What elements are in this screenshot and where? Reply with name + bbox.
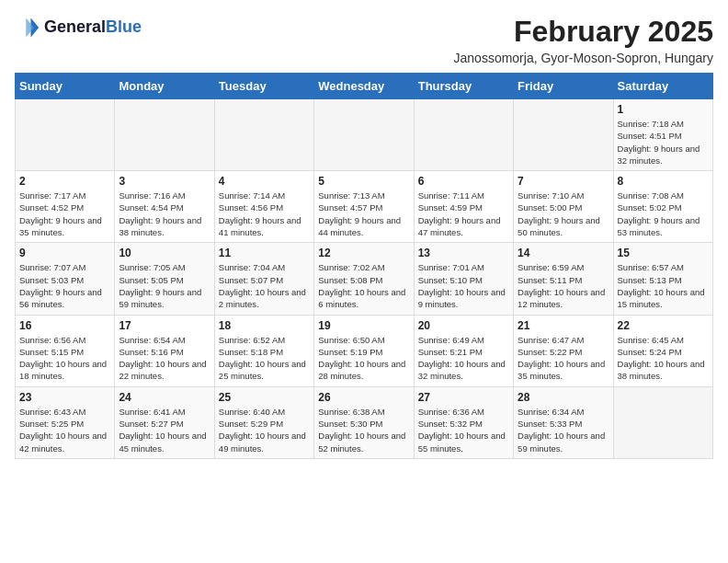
calendar-cell [414, 99, 513, 171]
calendar-table: Sunday Monday Tuesday Wednesday Thursday… [15, 73, 713, 459]
day-number: 8 [618, 175, 709, 188]
calendar-cell: 7Sunrise: 7:10 AM Sunset: 5:00 PM Daylig… [514, 171, 613, 243]
day-number: 24 [119, 391, 210, 404]
calendar-cell: 18Sunrise: 6:52 AM Sunset: 5:18 PM Dayli… [214, 315, 313, 386]
day-number: 17 [119, 319, 210, 332]
calendar-cell: 14Sunrise: 6:59 AM Sunset: 5:11 PM Dayli… [514, 243, 613, 315]
day-number: 7 [518, 175, 609, 188]
calendar-week-3: 9Sunrise: 7:07 AM Sunset: 5:03 PM Daylig… [16, 243, 713, 315]
calendar-cell [613, 386, 712, 458]
day-number: 28 [518, 391, 609, 404]
day-detail: Sunrise: 6:49 AM Sunset: 5:21 PM Dayligh… [418, 334, 509, 383]
day-number: 18 [219, 319, 310, 332]
day-detail: Sunrise: 6:54 AM Sunset: 5:16 PM Dayligh… [119, 334, 210, 383]
col-tuesday: Tuesday [214, 74, 313, 99]
calendar-cell: 2Sunrise: 7:17 AM Sunset: 4:52 PM Daylig… [16, 171, 115, 243]
day-detail: Sunrise: 7:05 AM Sunset: 5:05 PM Dayligh… [119, 261, 210, 310]
logo: GeneralBlue [15, 15, 142, 40]
day-detail: Sunrise: 6:50 AM Sunset: 5:19 PM Dayligh… [318, 334, 409, 383]
calendar-cell [514, 99, 613, 171]
calendar-title: February 2025 [454, 15, 713, 49]
day-detail: Sunrise: 7:11 AM Sunset: 4:59 PM Dayligh… [418, 190, 509, 238]
day-detail: Sunrise: 6:43 AM Sunset: 5:25 PM Dayligh… [19, 406, 110, 454]
calendar-cell: 24Sunrise: 6:41 AM Sunset: 5:27 PM Dayli… [115, 386, 214, 458]
day-number: 12 [318, 247, 409, 259]
day-detail: Sunrise: 6:56 AM Sunset: 5:15 PM Dayligh… [19, 334, 110, 383]
col-sunday: Sunday [16, 74, 115, 99]
day-detail: Sunrise: 6:38 AM Sunset: 5:30 PM Dayligh… [318, 406, 409, 454]
day-detail: Sunrise: 7:01 AM Sunset: 5:10 PM Dayligh… [418, 261, 509, 310]
day-number: 2 [19, 175, 110, 188]
day-number: 26 [318, 391, 409, 404]
day-detail: Sunrise: 7:08 AM Sunset: 5:02 PM Dayligh… [618, 190, 709, 238]
day-detail: Sunrise: 7:04 AM Sunset: 5:07 PM Dayligh… [219, 261, 310, 310]
day-number: 23 [19, 391, 110, 404]
calendar-cell [16, 99, 115, 171]
calendar-cell: 6Sunrise: 7:11 AM Sunset: 4:59 PM Daylig… [414, 171, 513, 243]
day-detail: Sunrise: 6:59 AM Sunset: 5:11 PM Dayligh… [518, 261, 609, 310]
day-detail: Sunrise: 6:41 AM Sunset: 5:27 PM Dayligh… [119, 406, 210, 454]
calendar-cell: 11Sunrise: 7:04 AM Sunset: 5:07 PM Dayli… [214, 243, 313, 315]
calendar-cell: 3Sunrise: 7:16 AM Sunset: 4:54 PM Daylig… [115, 171, 214, 243]
calendar-subtitle: Janossomorja, Gyor-Moson-Sopron, Hungary [454, 51, 713, 65]
day-number: 22 [618, 319, 709, 332]
day-number: 15 [618, 247, 709, 259]
calendar-cell: 20Sunrise: 6:49 AM Sunset: 5:21 PM Dayli… [414, 315, 513, 386]
col-wednesday: Wednesday [314, 74, 414, 99]
calendar-cell: 25Sunrise: 6:40 AM Sunset: 5:29 PM Dayli… [214, 386, 313, 458]
day-detail: Sunrise: 7:18 AM Sunset: 4:51 PM Dayligh… [618, 118, 709, 167]
calendar-body: 1Sunrise: 7:18 AM Sunset: 4:51 PM Daylig… [16, 99, 713, 459]
calendar-cell: 16Sunrise: 6:56 AM Sunset: 5:15 PM Dayli… [16, 315, 115, 386]
calendar-cell [314, 99, 414, 171]
day-number: 16 [19, 319, 110, 332]
day-number: 11 [219, 247, 310, 259]
day-detail: Sunrise: 7:07 AM Sunset: 5:03 PM Dayligh… [19, 261, 110, 310]
calendar-header: Sunday Monday Tuesday Wednesday Thursday… [16, 74, 713, 99]
header-row: Sunday Monday Tuesday Wednesday Thursday… [16, 74, 713, 99]
calendar-cell: 21Sunrise: 6:47 AM Sunset: 5:22 PM Dayli… [514, 315, 613, 386]
day-detail: Sunrise: 6:36 AM Sunset: 5:32 PM Dayligh… [418, 406, 509, 454]
day-number: 25 [219, 391, 310, 404]
day-number: 19 [318, 319, 409, 332]
calendar-cell: 8Sunrise: 7:08 AM Sunset: 5:02 PM Daylig… [613, 171, 712, 243]
calendar-cell: 5Sunrise: 7:13 AM Sunset: 4:57 PM Daylig… [314, 171, 414, 243]
header: GeneralBlue February 2025 Janossomorja, … [15, 15, 713, 65]
day-number: 9 [19, 247, 110, 259]
calendar-cell: 26Sunrise: 6:38 AM Sunset: 5:30 PM Dayli… [314, 386, 414, 458]
day-number: 20 [418, 319, 509, 332]
calendar-cell: 17Sunrise: 6:54 AM Sunset: 5:16 PM Dayli… [115, 315, 214, 386]
day-detail: Sunrise: 7:14 AM Sunset: 4:56 PM Dayligh… [219, 190, 310, 238]
day-detail: Sunrise: 7:13 AM Sunset: 4:57 PM Dayligh… [318, 190, 409, 238]
calendar-cell: 1Sunrise: 7:18 AM Sunset: 4:51 PM Daylig… [613, 99, 712, 171]
day-detail: Sunrise: 7:10 AM Sunset: 5:00 PM Dayligh… [518, 190, 609, 238]
col-monday: Monday [115, 74, 214, 99]
calendar-week-4: 16Sunrise: 6:56 AM Sunset: 5:15 PM Dayli… [16, 315, 713, 386]
col-saturday: Saturday [613, 74, 712, 99]
day-detail: Sunrise: 7:17 AM Sunset: 4:52 PM Dayligh… [19, 190, 110, 238]
day-number: 14 [518, 247, 609, 259]
day-detail: Sunrise: 6:34 AM Sunset: 5:33 PM Dayligh… [518, 406, 609, 454]
day-number: 1 [618, 103, 709, 116]
day-number: 5 [318, 175, 409, 188]
calendar-cell: 22Sunrise: 6:45 AM Sunset: 5:24 PM Dayli… [613, 315, 712, 386]
calendar-cell: 9Sunrise: 7:07 AM Sunset: 5:03 PM Daylig… [16, 243, 115, 315]
calendar-cell [115, 99, 214, 171]
calendar-cell: 19Sunrise: 6:50 AM Sunset: 5:19 PM Dayli… [314, 315, 414, 386]
calendar-week-5: 23Sunrise: 6:43 AM Sunset: 5:25 PM Dayli… [16, 386, 713, 458]
day-detail: Sunrise: 6:45 AM Sunset: 5:24 PM Dayligh… [618, 334, 709, 383]
logo-text: GeneralBlue [44, 18, 142, 37]
logo-icon [15, 15, 40, 40]
day-detail: Sunrise: 6:40 AM Sunset: 5:29 PM Dayligh… [219, 406, 310, 454]
calendar-cell [214, 99, 313, 171]
calendar-cell: 4Sunrise: 7:14 AM Sunset: 4:56 PM Daylig… [214, 171, 313, 243]
calendar-cell: 13Sunrise: 7:01 AM Sunset: 5:10 PM Dayli… [414, 243, 513, 315]
day-number: 13 [418, 247, 509, 259]
calendar-cell: 23Sunrise: 6:43 AM Sunset: 5:25 PM Dayli… [16, 386, 115, 458]
day-number: 10 [119, 247, 210, 259]
calendar-week-2: 2Sunrise: 7:17 AM Sunset: 4:52 PM Daylig… [16, 171, 713, 243]
calendar-cell: 28Sunrise: 6:34 AM Sunset: 5:33 PM Dayli… [514, 386, 613, 458]
day-detail: Sunrise: 6:57 AM Sunset: 5:13 PM Dayligh… [618, 261, 709, 310]
col-thursday: Thursday [414, 74, 513, 99]
day-number: 4 [219, 175, 310, 188]
col-friday: Friday [514, 74, 613, 99]
